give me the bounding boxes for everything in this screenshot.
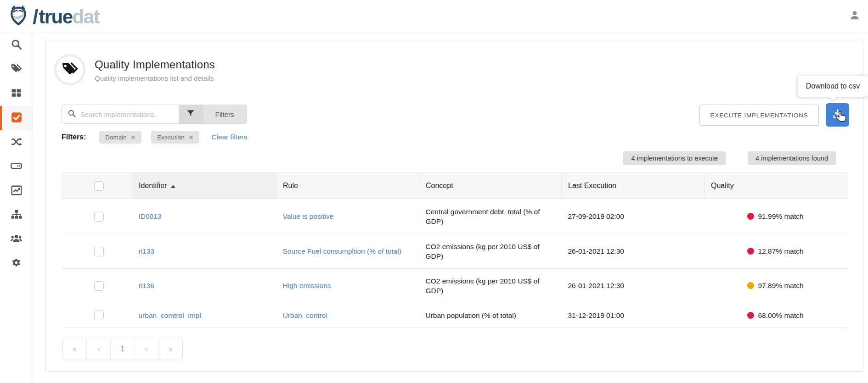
shuffle-icon [11, 136, 23, 150]
search-group: Filters [62, 105, 247, 124]
sort-asc-icon [171, 185, 175, 188]
applied-filters-bar: Filters: Domain ✕ Execution ✕ Clear filt… [62, 130, 248, 144]
sidebar-item-dashboards[interactable] [0, 179, 33, 203]
concept-cell: Central government debt, total (% of GDP… [419, 199, 562, 234]
row-checkbox[interactable] [94, 311, 104, 320]
implementations-found-badge: 4 implementations found [748, 151, 836, 165]
sidebar-item-catalog[interactable] [0, 82, 33, 106]
hard-drive-icon [10, 160, 23, 174]
sidebar-item-quality[interactable] [0, 106, 33, 130]
quality-cell: 68.00% match [705, 303, 848, 328]
table-row: ID0013 Value is positive Central governm… [62, 199, 848, 234]
row-checkbox[interactable] [94, 247, 104, 256]
filter-funnel-button[interactable] [179, 105, 202, 123]
pagination-page-1-button[interactable]: 1 [110, 338, 134, 360]
column-header-rule[interactable]: Rule [276, 173, 419, 199]
rule-link[interactable]: Value is positive [283, 212, 334, 220]
identifier-link[interactable]: ri133 [139, 247, 154, 255]
truedat-logo[interactable]: / truedat [6, 4, 99, 30]
concept-cell: CO2 emissions (kg per 2010 US$ of GDP) [419, 269, 562, 303]
chip-label: Domain [105, 134, 127, 141]
filter-chip-domain[interactable]: Domain ✕ [99, 131, 141, 144]
tags-icon [10, 63, 23, 76]
table-row: ri133 Source Fuel consumpltion (% of tot… [62, 234, 848, 269]
identifier-link[interactable]: ri136 [139, 282, 154, 289]
count-badges: 4 implementations to execute 4 implement… [623, 151, 836, 165]
clear-filters-link[interactable]: Clear filters [211, 133, 247, 141]
column-header-concept[interactable]: Concept [419, 173, 562, 199]
search-icon [11, 39, 23, 52]
last-execution-cell: 27-09-2019 02:00 [562, 199, 705, 234]
search-box [62, 105, 179, 123]
check-square-icon [11, 111, 23, 125]
quality-cell: 97.89% match [705, 269, 848, 303]
last-execution-cell: 26-01-2021 12:30 [562, 234, 705, 269]
quality-cell: 91.99% match [705, 199, 848, 234]
table-row: ri136 High emissions CO2 emissions (kg p… [62, 269, 848, 303]
rule-link[interactable]: Urban_control [283, 311, 327, 319]
concept-cell: Urban population (% of total) [419, 303, 562, 328]
column-header-identifier[interactable]: Identifier [132, 173, 276, 199]
implementations-to-execute-badge: 4 implementations to execute [623, 151, 726, 165]
column-header-last-execution[interactable]: Last Execution [562, 173, 705, 199]
pagination-prev-button[interactable]: ‹ [86, 338, 110, 360]
page-icon-circle [54, 54, 85, 85]
download-tooltip: Download to csv [798, 76, 868, 97]
implementations-table: Identifier Rule Concept Last Execution Q… [62, 172, 848, 328]
identifier-link[interactable]: ID0013 [139, 212, 162, 220]
logo-text-secondary: dat [73, 6, 100, 28]
download-csv-button[interactable] [826, 103, 849, 127]
status-dot [747, 282, 754, 289]
page-subtitle: Quality implementations list and details [95, 74, 215, 82]
filter-chip-execution[interactable]: Execution ✕ [151, 131, 199, 144]
filters-label: Filters: [62, 133, 86, 141]
pagination-first-button[interactable]: « [63, 338, 86, 360]
chip-label: Execution [157, 134, 184, 141]
select-all-header-cell [62, 173, 132, 199]
pagination-next-button[interactable]: › [135, 338, 158, 360]
status-dot [747, 213, 754, 220]
owl-logo-icon [6, 4, 30, 30]
sidebar-item-structures[interactable] [0, 203, 33, 228]
row-checkbox[interactable] [94, 212, 104, 222]
logo-text-primary: true [39, 6, 72, 28]
execute-implementations-button[interactable]: EXECUTE IMPLEMENTATIONS [699, 105, 819, 126]
sidebar-item-lineage[interactable] [0, 130, 33, 155]
page-title: Quality Implementations [95, 58, 215, 71]
download-icon [832, 108, 844, 122]
gear-icon [11, 257, 22, 271]
logo-slash: / [33, 5, 38, 29]
chart-line-icon [11, 184, 23, 198]
last-execution-cell: 31-12-2019 01:00 [562, 303, 705, 328]
search-input[interactable] [80, 111, 170, 118]
sidebar-item-glossary[interactable] [0, 57, 33, 82]
sidebar [0, 33, 33, 383]
quality-cell: 12.87% match [705, 234, 848, 269]
status-dot [747, 312, 754, 319]
rule-link[interactable]: Source Fuel consumpltion (% of total) [283, 247, 401, 255]
pagination: « ‹ 1 › » [62, 338, 183, 360]
tag-icon [61, 61, 79, 79]
user-avatar-icon[interactable] [849, 9, 861, 21]
rule-link[interactable]: High emissions [283, 282, 331, 289]
pagination-last-button[interactable]: » [158, 338, 182, 360]
grid-icon [11, 87, 22, 100]
select-all-checkbox[interactable] [94, 181, 104, 191]
close-icon[interactable]: ✕ [131, 134, 135, 141]
sidebar-item-search[interactable] [0, 33, 33, 57]
status-dot [747, 248, 754, 255]
row-checkbox[interactable] [94, 281, 104, 291]
close-icon[interactable]: ✕ [189, 134, 193, 141]
funnel-icon [186, 109, 195, 120]
last-execution-cell: 26-01-2021 12:30 [562, 269, 705, 303]
column-header-quality[interactable]: Quality [705, 173, 848, 199]
identifier-link[interactable]: urban_comtrol_impl [139, 311, 201, 319]
sidebar-item-settings[interactable] [0, 252, 33, 276]
table-row: urban_comtrol_impl Urban_control Urban p… [62, 303, 848, 328]
search-icon [68, 109, 76, 120]
sidebar-item-sources[interactable] [0, 155, 33, 179]
sidebar-item-users[interactable] [0, 228, 33, 252]
concept-cell: CO2 emissions (kg per 2010 US$ of GDP) [419, 234, 562, 269]
filters-button[interactable]: Filters [202, 105, 247, 123]
sitemap-icon [11, 209, 23, 222]
